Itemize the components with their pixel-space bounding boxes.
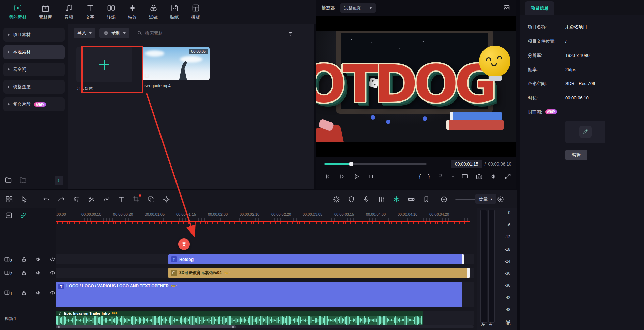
fullscreen-icon[interactable]	[504, 173, 511, 180]
volume-icon[interactable]	[490, 173, 497, 180]
zoom-out-icon[interactable]	[440, 195, 448, 203]
playhead[interactable]	[184, 221, 184, 330]
clip-logo-text[interactable]: T LOGO / LOGO / VARIOUS LOGO AND TEXT OP…	[56, 282, 462, 307]
stop-icon[interactable]	[367, 173, 374, 180]
scroll-zoom-handle[interactable]	[58, 326, 60, 328]
scroll-zoom-handle[interactable]	[232, 326, 234, 328]
more-options-icon[interactable]	[301, 30, 307, 36]
audio-mixer-icon[interactable]	[378, 195, 385, 203]
nav-tab-stickers[interactable]: 贴纸	[170, 4, 179, 20]
mute-speaker-icon[interactable]	[35, 256, 41, 262]
right-channel-label: 右	[489, 321, 493, 327]
nav-tab-my-media[interactable]: 我的素材	[9, 4, 27, 20]
clip-hotdog[interactable]: T Hotdog	[168, 254, 464, 264]
collapse-sidebar-button[interactable]	[55, 176, 63, 185]
record-button[interactable]: 录制	[99, 28, 129, 38]
toolbar-divider	[37, 195, 37, 203]
visibility-eye-icon[interactable]	[50, 290, 56, 296]
mute-speaker-icon[interactable]	[35, 290, 41, 296]
nav-tab-stock-media[interactable]: 素材库	[39, 4, 52, 20]
mark-out-icon[interactable]: }	[428, 173, 430, 180]
folder-outline-icon[interactable]	[19, 176, 27, 184]
clip-type-icon	[144, 73, 149, 78]
nav-tab-effects[interactable]: 特效	[128, 4, 137, 20]
video-thumbnail[interactable]: 00:00:05	[142, 47, 210, 80]
nav-tab-transitions[interactable]: 转场	[107, 4, 116, 20]
seek-handle[interactable]	[349, 162, 353, 166]
undo-icon[interactable]	[43, 195, 50, 203]
timeline-horizontal-scrollbar[interactable]	[56, 325, 474, 328]
delete-icon[interactable]	[73, 195, 80, 203]
next-frame-icon[interactable]	[339, 173, 346, 180]
clip-sticker-frame[interactable]: 3D可爱教育元素边框04 VIP	[168, 268, 470, 278]
sidebar-item-compound-clip[interactable]: 复合片段 NEW	[3, 97, 65, 111]
project-field-row: 帧率: 25fps	[528, 67, 637, 73]
nav-tab-audio[interactable]: 音频	[64, 4, 73, 20]
import-media-tile[interactable]	[76, 47, 132, 82]
voiceover-mic-icon[interactable]	[363, 195, 370, 203]
nav-tab-filters[interactable]: 滤镜	[149, 4, 158, 20]
seek-bar[interactable]	[324, 163, 427, 165]
cover-thumbnail[interactable]	[565, 121, 605, 143]
copy-icon[interactable]	[148, 195, 155, 203]
keyframe-icon[interactable]	[393, 195, 400, 203]
chevron-down-icon[interactable]	[451, 176, 454, 177]
snapshot-camera-icon[interactable]	[476, 173, 483, 180]
link-clips-icon[interactable]	[20, 212, 27, 219]
media-grid-icon[interactable]	[5, 195, 13, 203]
video-track-icon	[4, 270, 10, 276]
previous-frame-icon[interactable]	[324, 173, 332, 180]
cut-cursor-badge[interactable]	[178, 238, 190, 250]
timeline-ruler[interactable]: :00:00 00:00:00:10 00:00:00:20 00:00:01:…	[56, 211, 517, 221]
quality-dropdown[interactable]: 完整画质	[340, 3, 376, 13]
redo-icon[interactable]	[58, 195, 65, 203]
search-input[interactable]	[145, 31, 213, 36]
play-icon[interactable]	[353, 173, 360, 180]
marker-icon[interactable]	[423, 195, 430, 203]
my-media-icon	[14, 4, 22, 12]
preview-headline-text: OTDOG	[316, 54, 494, 114]
clip-audio-trailer[interactable]: Epic Invasion Trailer Intro VIP	[56, 311, 423, 325]
clip-trim-handle[interactable]	[467, 268, 470, 278]
clip-trim-handle[interactable]	[462, 254, 464, 264]
display-device-icon[interactable]	[461, 173, 469, 180]
split-scissors-icon[interactable]	[88, 195, 95, 203]
snap-ruler-icon[interactable]	[408, 195, 415, 203]
filter-icon[interactable]	[287, 30, 294, 36]
mute-speaker-icon[interactable]	[35, 270, 41, 276]
lock-icon[interactable]	[21, 290, 27, 296]
lock-icon[interactable]	[21, 256, 27, 262]
lock-icon[interactable]	[21, 270, 27, 276]
sidebar-item-cloud[interactable]: 云空间	[3, 63, 65, 76]
time-separator: /	[485, 161, 486, 167]
nav-tab-text[interactable]: 文字	[86, 4, 94, 20]
zoom-in-icon[interactable]	[497, 195, 504, 203]
motion-track-icon[interactable]	[163, 195, 170, 203]
chevron-right-icon	[8, 33, 10, 36]
volume-panel-toggle[interactable]: 音量 ▲	[475, 194, 496, 204]
marker-flag-icon[interactable]	[437, 173, 444, 180]
tab-project-info[interactable]: 项目信息	[525, 1, 554, 15]
sidebar-item-local-media[interactable]: 本地素材	[3, 45, 65, 59]
notification-dot	[139, 194, 141, 197]
sidebar-item-adjustment-layer[interactable]: 调整图层	[3, 80, 65, 94]
nav-tab-templates[interactable]: 模板	[191, 4, 200, 20]
select-cursor-icon[interactable]	[20, 195, 28, 203]
visibility-eye-icon[interactable]	[50, 256, 56, 262]
sidebar-item-project-media[interactable]: 项目素材	[3, 28, 65, 42]
folder-icon[interactable]	[5, 176, 12, 184]
compare-view-icon[interactable]	[503, 4, 510, 11]
visibility-eye-icon[interactable]	[50, 270, 56, 276]
crop-icon[interactable]	[133, 195, 140, 203]
text-tool-icon[interactable]	[118, 195, 125, 203]
mask-shield-icon[interactable]	[348, 195, 355, 203]
video-preview[interactable]: OTDOG	[316, 16, 516, 157]
mark-in-icon[interactable]: {	[419, 173, 421, 180]
add-to-track-icon[interactable]	[5, 212, 12, 219]
scrollbar-thumb[interactable]	[56, 325, 236, 328]
level-meters	[480, 210, 495, 323]
speed-ramp-icon[interactable]	[103, 195, 110, 203]
edit-cover-button[interactable]: 编辑	[565, 150, 587, 160]
import-button[interactable]: 导入	[74, 28, 95, 38]
render-preview-icon[interactable]	[333, 195, 340, 203]
